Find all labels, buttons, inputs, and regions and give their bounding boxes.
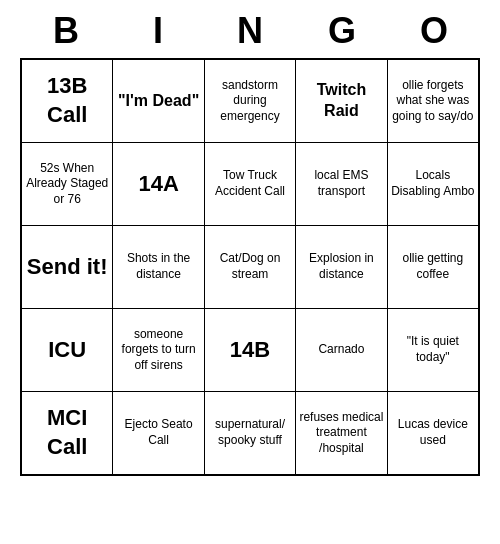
cell-4-2: supernatural/ spooky stuff: [205, 392, 296, 474]
cell-3-1: someone forgets to turn off sirens: [113, 309, 204, 391]
cell-0-3: Twitch Raid: [296, 60, 387, 142]
cell-4-0: MCI Call: [22, 392, 113, 474]
title-i: I: [135, 10, 181, 52]
cell-0-4: ollie forgets what she was going to say/…: [388, 60, 478, 142]
cell-1-3: local EMS transport: [296, 143, 387, 225]
cell-1-1: 14A: [113, 143, 204, 225]
bingo-row: 52s When Already Staged or 76 14A Tow Tr…: [22, 143, 478, 226]
cell-2-2: Cat/Dog on stream: [205, 226, 296, 308]
cell-0-2: sandstorm during emergency: [205, 60, 296, 142]
cell-4-1: Ejecto Seato Call: [113, 392, 204, 474]
cell-2-1: Shots in the distance: [113, 226, 204, 308]
cell-3-4: "It is quiet today": [388, 309, 478, 391]
cell-3-0: ICU: [22, 309, 113, 391]
bingo-row: Send it! Shots in the distance Cat/Dog o…: [22, 226, 478, 309]
cell-3-2: 14B: [205, 309, 296, 391]
title-n: N: [227, 10, 273, 52]
bingo-row: ICU someone forgets to turn off sirens 1…: [22, 309, 478, 392]
bingo-row: 13B Call "I'm Dead" sandstorm during eme…: [22, 60, 478, 143]
cell-0-1: "I'm Dead": [113, 60, 204, 142]
cell-1-2: Tow Truck Accident Call: [205, 143, 296, 225]
cell-1-0: 52s When Already Staged or 76: [22, 143, 113, 225]
cell-4-4: Lucas device used: [388, 392, 478, 474]
cell-3-3: Carnado: [296, 309, 387, 391]
title-o: O: [411, 10, 457, 52]
title-b: B: [43, 10, 89, 52]
cell-0-0: 13B Call: [22, 60, 113, 142]
cell-1-4: Locals Disabling Ambo: [388, 143, 478, 225]
bingo-grid: 13B Call "I'm Dead" sandstorm during eme…: [20, 58, 480, 476]
cell-2-4: ollie getting coffee: [388, 226, 478, 308]
title-g: G: [319, 10, 365, 52]
cell-2-3: Explosion in distance: [296, 226, 387, 308]
cell-4-3: refuses medical treatment /hospital: [296, 392, 387, 474]
cell-2-0: Send it!: [22, 226, 113, 308]
bingo-title: B I N G O: [20, 0, 480, 58]
bingo-row: MCI Call Ejecto Seato Call supernatural/…: [22, 392, 478, 474]
